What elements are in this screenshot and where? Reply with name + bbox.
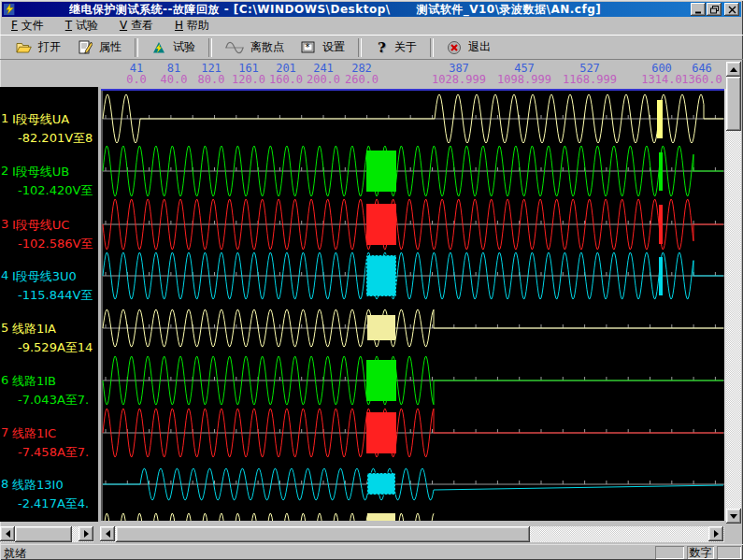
scroll-up-button[interactable] (726, 62, 741, 77)
ruler-time-label: 40.0 (161, 73, 188, 86)
menu-view[interactable]: V 查看 (112, 16, 161, 36)
cursor-bar-marker (659, 152, 663, 191)
toolbar: 打开 属性 试验 离散点 * 设置 (0, 35, 743, 60)
menu-help[interactable]: H 帮助 (167, 16, 217, 36)
channel-name: Ⅰ段母线3U0 (12, 268, 77, 285)
panel-scroll-thumb[interactable] (15, 526, 72, 542)
channel-number: 1 (1, 111, 8, 125)
menubar: F 文件 T 试验 V 查看 H 帮助 (0, 17, 743, 35)
test-button[interactable]: 试验 (143, 37, 204, 57)
toolbar-separator (430, 38, 434, 57)
titlebar: 继电保护测试系统--故障回放 - [C:\WINDOWS\Desktop\ 测试… (2, 2, 741, 17)
channel-range: -102.420V至 (18, 182, 93, 199)
close-icon (728, 6, 736, 14)
marker-square (367, 473, 395, 495)
scroll-right-button[interactable] (708, 526, 723, 541)
arrow-up-icon (730, 67, 737, 72)
ruler-time-label: 0.0 (126, 73, 147, 86)
svg-text:*: * (306, 42, 310, 52)
arrow-left-icon (6, 530, 10, 538)
about-icon: ? ? (375, 40, 388, 55)
ruler-time-label: 160.0 (269, 73, 303, 86)
channel-number: 8 (1, 477, 8, 491)
waveform-display[interactable] (101, 89, 724, 521)
ruler-time-label: 200.0 (307, 73, 340, 86)
settings-button[interactable]: * 设置 (293, 37, 353, 57)
properties-button[interactable]: 属性 (69, 37, 130, 57)
toolbar-separator (208, 38, 212, 57)
window-title: 继电保护测试系统--故障回放 - [C:\WINDOWS\Desktop\ 测试… (69, 2, 601, 18)
discrete-points-icon (225, 40, 244, 55)
status-panel-empty (717, 546, 741, 559)
channel-number: 6 (1, 373, 8, 387)
ruler-time-label: 1360.0 (681, 73, 722, 86)
scroll-left-button[interactable] (0, 526, 15, 541)
channel-range: -102.586V至 (18, 236, 93, 252)
marker-square (366, 412, 396, 453)
channel-name: Ⅰ段母线UA (12, 111, 69, 128)
scroll-right-button[interactable] (79, 526, 93, 541)
channel-name: 线路1IC (12, 425, 56, 442)
channel-range: -7.043A至7. (18, 392, 89, 409)
statusbar: 就绪 数字 (0, 544, 743, 560)
scroll-left-button[interactable] (100, 526, 115, 541)
ruler-time-label: 1098.999 (497, 73, 551, 86)
cursor-bar-marker (657, 100, 663, 138)
settings-icon: * (301, 40, 316, 55)
menu-test[interactable]: T 试验 (58, 16, 106, 36)
restore-icon (710, 6, 719, 14)
waveform-scrollbar[interactable] (100, 526, 724, 542)
marker-square (366, 255, 396, 296)
channel-range: -115.844V至 (18, 287, 93, 304)
ruler: 410.08140.012180.0161120.0201160.0241200… (0, 61, 743, 89)
restore-button[interactable] (707, 3, 722, 16)
vertical-scrollbar[interactable] (726, 62, 741, 524)
menu-file[interactable]: F 文件 (4, 16, 51, 36)
marker-square (366, 204, 396, 245)
status-panel-num: 数字 (687, 546, 714, 559)
app-window: { "titlebar": { "title": "继电保护测试系统--故障回放… (0, 0, 743, 560)
minimize-icon (694, 6, 703, 14)
channel-number: 2 (1, 164, 8, 178)
channel-panel: 1Ⅰ段母线UA-82.201V至82Ⅰ段母线UB-102.420V至3Ⅰ段母线U… (0, 87, 98, 522)
exit-icon (447, 40, 462, 55)
open-folder-icon (16, 40, 32, 55)
channel-name: Ⅰ段母线UB (12, 164, 69, 180)
arrow-down-icon (730, 514, 737, 519)
test-lightning-icon (151, 40, 166, 55)
channel-range: -9.529A至14 (18, 339, 93, 356)
channel-range: -82.201V至8 (18, 130, 93, 147)
cursor-bar-marker (659, 205, 663, 244)
channel-name: 线路1IB (12, 373, 56, 390)
channel-number: 3 (1, 217, 8, 231)
marker-square (366, 360, 396, 401)
ruler-time-label: 1168.999 (563, 73, 617, 86)
cursor-bar-marker (659, 257, 663, 295)
channel-name: Ⅰ段母线UC (12, 217, 69, 234)
open-button[interactable]: 打开 (7, 37, 69, 57)
close-button[interactable] (724, 3, 739, 16)
marker-square (367, 513, 395, 521)
discrete-points-button[interactable]: 离散点 (217, 37, 293, 57)
svg-text:?: ? (378, 40, 386, 55)
toolbar-separator (135, 38, 138, 57)
channel-name: 线路13I0 (12, 477, 64, 494)
minimize-button[interactable] (691, 3, 706, 16)
channel-range: -7.458A至7. (18, 444, 89, 461)
channel-panel-scrollbar[interactable] (0, 526, 93, 542)
exit-button[interactable]: 退出 (438, 37, 499, 57)
app-lightning-icon (4, 3, 17, 16)
ruler-time-label: 260.0 (345, 73, 379, 86)
ruler-time-label: 120.0 (232, 73, 265, 86)
channel-number: 7 (1, 425, 8, 439)
marker-square (367, 315, 395, 340)
marker-square (366, 151, 396, 192)
channel-number: 5 (1, 321, 8, 335)
vertical-scroll-thumb[interactable] (726, 77, 741, 131)
about-button[interactable]: ? ? 关于 (366, 37, 425, 57)
ruler-time-label: 1028.999 (432, 73, 486, 86)
waveform-scroll-thumb[interactable] (116, 526, 530, 542)
waveform-top-border (101, 89, 724, 91)
scroll-down-button[interactable] (726, 509, 741, 524)
ruler-time-label: 1314.0 (641, 73, 681, 86)
